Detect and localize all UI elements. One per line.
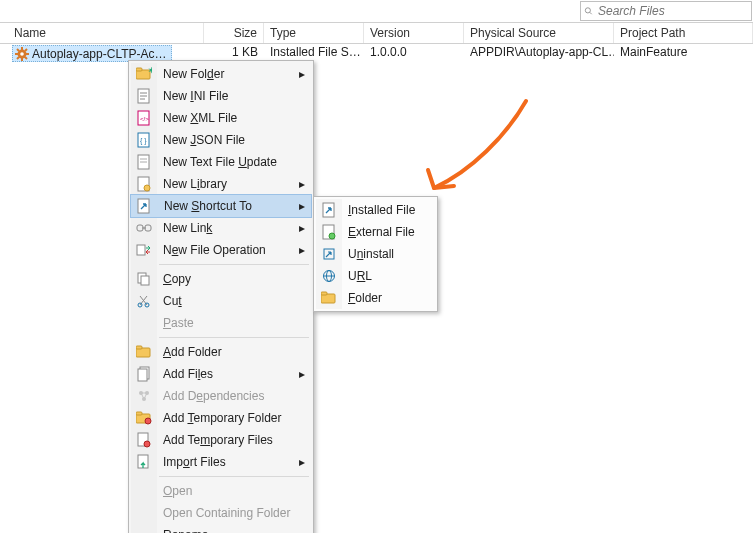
svg-rect-13 xyxy=(136,68,142,71)
cell-source: APPDIR\Autoplay-app-CL… xyxy=(464,44,614,62)
menu-label: Uninstall xyxy=(348,247,394,261)
menu-label: URL xyxy=(348,269,372,283)
search-input[interactable] xyxy=(596,3,751,19)
chevron-right-icon: ▸ xyxy=(299,199,305,213)
copy-icon xyxy=(135,270,153,288)
menu-new-ini[interactable]: New INI File xyxy=(131,85,311,107)
menu-label: Paste xyxy=(163,316,194,330)
submenu-url[interactable]: URL xyxy=(316,265,435,287)
svg-point-51 xyxy=(145,418,151,424)
menu-add-files[interactable]: Add Files ▸ xyxy=(131,363,311,385)
col-path[interactable]: Project Path xyxy=(614,23,753,43)
menu-label: Add Temporary Folder xyxy=(163,411,282,425)
col-source[interactable]: Physical Source xyxy=(464,23,614,43)
col-type[interactable]: Type xyxy=(264,23,364,43)
chevron-right-icon: ▸ xyxy=(299,177,305,191)
chevron-right-icon: ▸ xyxy=(299,243,305,257)
svg-point-27 xyxy=(144,185,150,191)
folder-icon xyxy=(320,289,338,307)
svg-line-9 xyxy=(25,57,27,59)
col-size[interactable]: Size xyxy=(204,23,264,43)
chevron-right-icon: ▸ xyxy=(299,67,305,81)
import-icon xyxy=(135,453,153,471)
svg-rect-50 xyxy=(136,412,142,415)
col-version[interactable]: Version xyxy=(364,23,464,43)
svg-line-10 xyxy=(17,57,19,59)
svg-line-8 xyxy=(17,49,19,51)
link-icon xyxy=(135,219,153,237)
menu-label: Copy xyxy=(163,272,191,286)
menu-new-shortcut[interactable]: New Shortcut To ▸ xyxy=(130,194,312,218)
menu-add-folder[interactable]: Add Folder xyxy=(131,341,311,363)
menu-new-xml[interactable]: </> New XML File xyxy=(131,107,311,129)
menu-paste: Paste xyxy=(131,312,311,334)
col-name[interactable]: Name xyxy=(0,23,204,43)
menu-cut[interactable]: Cut xyxy=(131,290,311,312)
svg-line-1 xyxy=(590,12,592,14)
menu-separator xyxy=(159,337,309,338)
submenu-installed-file[interactable]: Installed File xyxy=(316,199,435,221)
menu-label: Add Files xyxy=(163,367,213,381)
menu-label: New Library xyxy=(163,177,227,191)
submenu-folder[interactable]: Folder xyxy=(316,287,435,309)
menu-add-temp-folder[interactable]: Add Temporary Folder xyxy=(131,407,311,429)
menu-copy[interactable]: Copy xyxy=(131,268,311,290)
context-menu: ✶ New Folder ▸ New INI File </> New XML … xyxy=(128,60,314,533)
file-xml-icon: </> xyxy=(135,109,153,127)
submenu-uninstall[interactable]: Uninstall xyxy=(316,243,435,265)
menu-new-folder[interactable]: ✶ New Folder ▸ xyxy=(131,63,311,85)
svg-point-0 xyxy=(585,8,590,13)
gear-icon xyxy=(15,47,29,61)
search-box[interactable] xyxy=(580,1,752,21)
menu-open: Open xyxy=(131,480,311,502)
menu-rename[interactable]: Rename xyxy=(131,524,311,533)
menu-label: Add Dependencies xyxy=(163,389,264,403)
menu-label: New Shortcut To xyxy=(164,199,252,213)
file-external-icon xyxy=(320,223,338,241)
cut-icon xyxy=(135,292,153,310)
menu-new-file-op[interactable]: New File Operation ▸ xyxy=(131,239,311,261)
chevron-right-icon: ▸ xyxy=(299,367,305,381)
menu-label: External File xyxy=(348,225,415,239)
menu-add-temp-files[interactable]: Add Temporary Files xyxy=(131,429,311,451)
menu-new-text-update[interactable]: New Text File Update xyxy=(131,151,311,173)
file-shortcut-icon xyxy=(320,201,338,219)
menu-label: New Text File Update xyxy=(163,155,277,169)
svg-rect-42 xyxy=(138,369,147,381)
table-row[interactable]: Autoplay-app-CLTP-Ac… 1 KB Installed Fil… xyxy=(0,44,753,62)
menu-label: New JSON File xyxy=(163,133,245,147)
annotation-arrow xyxy=(416,96,536,206)
folder-temp-icon xyxy=(135,409,153,427)
menu-import-files[interactable]: Import Files ▸ xyxy=(131,451,311,473)
svg-line-11 xyxy=(25,49,27,51)
files-temp-icon xyxy=(135,431,153,449)
chevron-right-icon: ▸ xyxy=(299,455,305,469)
menu-label: New Folder xyxy=(163,67,224,81)
cell-path: MainFeature xyxy=(614,44,753,62)
menu-new-json[interactable]: { } New JSON File xyxy=(131,129,311,151)
menu-label: Add Temporary Files xyxy=(163,433,273,447)
globe-icon xyxy=(320,267,338,285)
folder-add-icon xyxy=(135,343,153,361)
file-json-icon: { } xyxy=(135,131,153,149)
menu-new-library[interactable]: New Library ▸ xyxy=(131,173,311,195)
submenu-external-file[interactable]: External File xyxy=(316,221,435,243)
svg-point-53 xyxy=(144,441,150,447)
menu-open-containing: Open Containing Folder xyxy=(131,502,311,524)
svg-rect-63 xyxy=(321,292,327,295)
menu-separator xyxy=(159,264,309,265)
menu-label: Import Files xyxy=(163,455,226,469)
svg-point-57 xyxy=(329,233,335,239)
svg-rect-34 xyxy=(141,276,149,285)
file-name: Autoplay-app-CLTP-Ac… xyxy=(32,47,167,61)
search-icon xyxy=(584,4,593,18)
menu-add-deps: Add Dependencies xyxy=(131,385,311,407)
menu-label: New File Operation xyxy=(163,243,266,257)
menu-new-link[interactable]: New Link ▸ xyxy=(131,217,311,239)
file-operation-icon xyxy=(135,241,153,259)
file-library-icon xyxy=(135,175,153,193)
svg-point-3 xyxy=(20,52,24,56)
menu-label: Open Containing Folder xyxy=(163,506,290,520)
menu-label: Cut xyxy=(163,294,182,308)
svg-rect-40 xyxy=(136,346,142,349)
